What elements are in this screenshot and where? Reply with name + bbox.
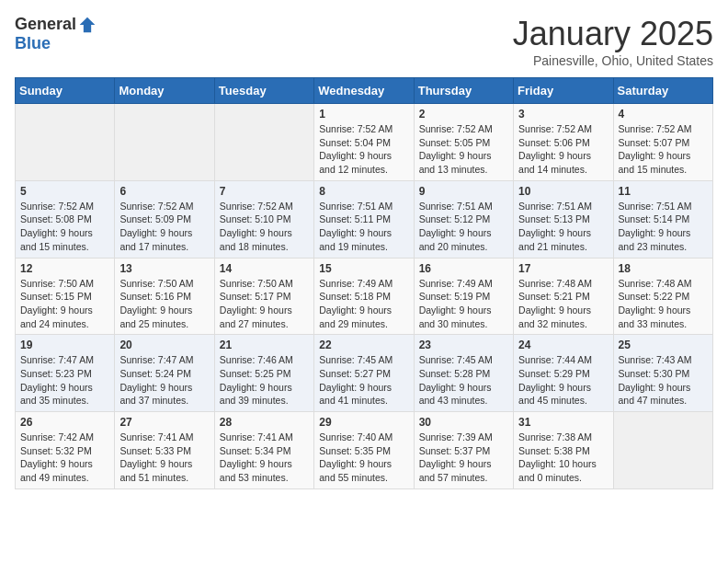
weekday-header-sunday: Sunday <box>16 78 115 104</box>
calendar-cell: 1Sunrise: 7:52 AM Sunset: 5:04 PM Daylig… <box>314 104 414 181</box>
calendar-cell: 27Sunrise: 7:41 AM Sunset: 5:33 PM Dayli… <box>115 412 214 489</box>
logo-blue-text: Blue <box>15 34 51 53</box>
logo-icon <box>78 16 97 34</box>
calendar-cell: 23Sunrise: 7:45 AM Sunset: 5:28 PM Dayli… <box>414 335 513 412</box>
day-number: 22 <box>319 339 408 351</box>
calendar-cell: 14Sunrise: 7:50 AM Sunset: 5:17 PM Dayli… <box>214 258 313 335</box>
calendar-cell: 22Sunrise: 7:45 AM Sunset: 5:27 PM Dayli… <box>314 335 414 412</box>
day-number: 1 <box>319 108 408 121</box>
calendar-cell: 13Sunrise: 7:50 AM Sunset: 5:16 PM Dayli… <box>115 258 214 335</box>
location: Painesville, Ohio, United States <box>513 53 713 68</box>
day-info: Sunrise: 7:45 AM Sunset: 5:28 PM Dayligh… <box>419 353 508 408</box>
day-number: 9 <box>419 185 508 198</box>
day-number: 18 <box>619 262 708 275</box>
day-info: Sunrise: 7:52 AM Sunset: 5:07 PM Dayligh… <box>619 122 708 177</box>
day-number: 5 <box>20 185 109 198</box>
calendar-cell: 9Sunrise: 7:51 AM Sunset: 5:12 PM Daylig… <box>414 180 513 258</box>
day-info: Sunrise: 7:43 AM Sunset: 5:30 PM Dayligh… <box>619 353 708 408</box>
calendar-cell: 21Sunrise: 7:46 AM Sunset: 5:25 PM Dayli… <box>214 335 313 412</box>
calendar-cell: 17Sunrise: 7:48 AM Sunset: 5:21 PM Dayli… <box>514 258 613 335</box>
day-info: Sunrise: 7:52 AM Sunset: 5:09 PM Dayligh… <box>119 200 209 254</box>
weekday-header-monday: Monday <box>115 78 214 104</box>
weekday-row: SundayMondayTuesdayWednesdayThursdayFrid… <box>16 78 713 104</box>
day-info: Sunrise: 7:52 AM Sunset: 5:08 PM Dayligh… <box>20 200 109 254</box>
calendar-week-2: 12Sunrise: 7:50 AM Sunset: 5:15 PM Dayli… <box>16 258 713 335</box>
calendar-cell: 29Sunrise: 7:40 AM Sunset: 5:35 PM Dayli… <box>314 412 414 489</box>
day-number: 31 <box>518 416 608 429</box>
day-number: 14 <box>220 262 309 275</box>
day-number: 23 <box>419 339 508 351</box>
day-number: 4 <box>619 108 708 121</box>
calendar-cell: 30Sunrise: 7:39 AM Sunset: 5:37 PM Dayli… <box>414 412 513 489</box>
day-number: 13 <box>119 262 209 275</box>
calendar-week-0: 1Sunrise: 7:52 AM Sunset: 5:04 PM Daylig… <box>16 104 713 181</box>
day-number: 29 <box>319 416 408 429</box>
svg-marker-0 <box>80 17 96 32</box>
month-title: January 2025 <box>513 15 713 53</box>
day-info: Sunrise: 7:42 AM Sunset: 5:32 PM Dayligh… <box>20 431 109 485</box>
day-number: 8 <box>319 185 408 198</box>
day-number: 19 <box>20 339 109 351</box>
day-number: 6 <box>119 185 209 198</box>
day-number: 27 <box>119 416 209 429</box>
day-info: Sunrise: 7:44 AM Sunset: 5:29 PM Dayligh… <box>518 353 608 408</box>
day-number: 20 <box>119 339 209 351</box>
calendar-cell: 2Sunrise: 7:52 AM Sunset: 5:05 PM Daylig… <box>414 104 513 181</box>
calendar-body: 1Sunrise: 7:52 AM Sunset: 5:04 PM Daylig… <box>16 104 713 489</box>
weekday-header-wednesday: Wednesday <box>314 78 414 104</box>
day-info: Sunrise: 7:41 AM Sunset: 5:34 PM Dayligh… <box>220 431 309 485</box>
day-number: 7 <box>220 185 309 198</box>
day-info: Sunrise: 7:52 AM Sunset: 5:04 PM Dayligh… <box>319 122 408 177</box>
day-info: Sunrise: 7:45 AM Sunset: 5:27 PM Dayligh… <box>319 353 408 408</box>
calendar-cell <box>613 412 712 489</box>
day-info: Sunrise: 7:51 AM Sunset: 5:12 PM Dayligh… <box>419 200 508 254</box>
day-info: Sunrise: 7:40 AM Sunset: 5:35 PM Dayligh… <box>319 431 408 485</box>
calendar-table: SundayMondayTuesdayWednesdayThursdayFrid… <box>15 77 713 489</box>
day-info: Sunrise: 7:51 AM Sunset: 5:11 PM Dayligh… <box>319 200 408 254</box>
day-info: Sunrise: 7:48 AM Sunset: 5:21 PM Dayligh… <box>518 277 608 331</box>
day-info: Sunrise: 7:39 AM Sunset: 5:37 PM Dayligh… <box>419 431 508 485</box>
weekday-header-tuesday: Tuesday <box>214 78 313 104</box>
calendar-cell: 8Sunrise: 7:51 AM Sunset: 5:11 PM Daylig… <box>314 180 414 258</box>
day-number: 25 <box>619 339 708 351</box>
logo-general-text: General <box>15 15 76 34</box>
day-number: 24 <box>518 339 608 351</box>
calendar-cell: 11Sunrise: 7:51 AM Sunset: 5:14 PM Dayli… <box>613 180 712 258</box>
day-info: Sunrise: 7:46 AM Sunset: 5:25 PM Dayligh… <box>220 353 309 408</box>
day-number: 11 <box>619 185 708 198</box>
calendar-cell <box>115 104 214 181</box>
calendar-cell: 28Sunrise: 7:41 AM Sunset: 5:34 PM Dayli… <box>214 412 313 489</box>
day-info: Sunrise: 7:48 AM Sunset: 5:22 PM Dayligh… <box>619 277 708 331</box>
day-info: Sunrise: 7:38 AM Sunset: 5:38 PM Dayligh… <box>518 431 608 485</box>
day-number: 10 <box>518 185 608 198</box>
weekday-header-friday: Friday <box>514 78 613 104</box>
calendar-cell: 20Sunrise: 7:47 AM Sunset: 5:24 PM Dayli… <box>115 335 214 412</box>
page-header: General Blue January 2025 Painesville, O… <box>15 15 713 68</box>
day-info: Sunrise: 7:50 AM Sunset: 5:17 PM Dayligh… <box>220 277 309 331</box>
calendar-cell: 19Sunrise: 7:47 AM Sunset: 5:23 PM Dayli… <box>16 335 115 412</box>
day-info: Sunrise: 7:47 AM Sunset: 5:24 PM Dayligh… <box>119 353 209 408</box>
calendar-week-3: 19Sunrise: 7:47 AM Sunset: 5:23 PM Dayli… <box>16 335 713 412</box>
calendar-cell: 31Sunrise: 7:38 AM Sunset: 5:38 PM Dayli… <box>514 412 613 489</box>
day-number: 28 <box>220 416 309 429</box>
calendar-cell: 18Sunrise: 7:48 AM Sunset: 5:22 PM Dayli… <box>613 258 712 335</box>
title-block: January 2025 Painesville, Ohio, United S… <box>513 15 713 68</box>
day-info: Sunrise: 7:50 AM Sunset: 5:16 PM Dayligh… <box>119 277 209 331</box>
calendar-cell: 5Sunrise: 7:52 AM Sunset: 5:08 PM Daylig… <box>16 180 115 258</box>
calendar-cell: 12Sunrise: 7:50 AM Sunset: 5:15 PM Dayli… <box>16 258 115 335</box>
weekday-header-saturday: Saturday <box>613 78 712 104</box>
day-number: 16 <box>419 262 508 275</box>
day-number: 26 <box>20 416 109 429</box>
calendar-header: SundayMondayTuesdayWednesdayThursdayFrid… <box>16 78 713 104</box>
calendar-cell: 6Sunrise: 7:52 AM Sunset: 5:09 PM Daylig… <box>115 180 214 258</box>
day-info: Sunrise: 7:47 AM Sunset: 5:23 PM Dayligh… <box>20 353 109 408</box>
calendar-cell <box>214 104 313 181</box>
calendar-cell: 10Sunrise: 7:51 AM Sunset: 5:13 PM Dayli… <box>514 180 613 258</box>
calendar-cell: 7Sunrise: 7:52 AM Sunset: 5:10 PM Daylig… <box>214 180 313 258</box>
day-number: 12 <box>20 262 109 275</box>
calendar-cell: 26Sunrise: 7:42 AM Sunset: 5:32 PM Dayli… <box>16 412 115 489</box>
calendar-cell: 24Sunrise: 7:44 AM Sunset: 5:29 PM Dayli… <box>514 335 613 412</box>
calendar-cell: 15Sunrise: 7:49 AM Sunset: 5:18 PM Dayli… <box>314 258 414 335</box>
calendar-cell: 25Sunrise: 7:43 AM Sunset: 5:30 PM Dayli… <box>613 335 712 412</box>
day-info: Sunrise: 7:51 AM Sunset: 5:13 PM Dayligh… <box>518 200 608 254</box>
